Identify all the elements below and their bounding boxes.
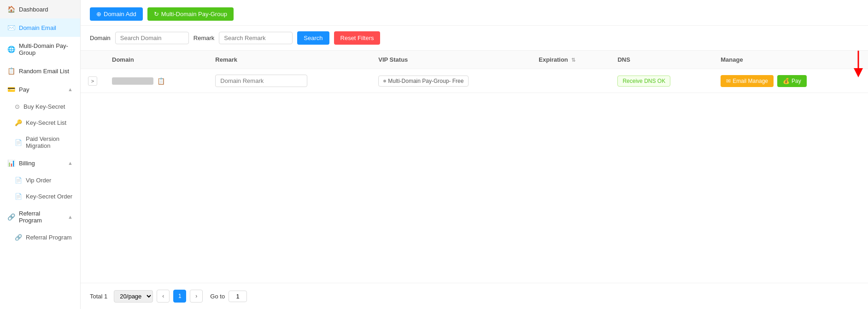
- main-content: ⊕ Domain Add ↻ Multi-Domain Pay-Group Do…: [81, 0, 868, 309]
- globe-icon: 🌐: [7, 46, 15, 53]
- domain-cell: 📋: [105, 69, 208, 93]
- sidebar-key-secret-label: Key-Secret List: [26, 119, 66, 126]
- email-manage-button[interactable]: ✉ Email Manage: [721, 75, 774, 87]
- sidebar-item-key-secret-list[interactable]: 🔑 Key-Secret List: [0, 115, 80, 131]
- sidebar-group-referral[interactable]: 🔗 Referral Program ▲: [0, 204, 80, 229]
- email-manage-label: Email Manage: [733, 78, 768, 84]
- sidebar-buy-key-label: Buy Key-Secret: [23, 103, 65, 110]
- col-expiration-label: Expiration: [539, 56, 568, 63]
- sidebar-item-multi-domain-pay-group[interactable]: 🌐 Multi-Domain Pay-Group: [0, 37, 80, 62]
- pay-label: Pay: [792, 78, 801, 84]
- search-button[interactable]: Search: [297, 31, 329, 45]
- sidebar-item-domain-email-label: Domain Email: [19, 24, 56, 31]
- billing-icon: 📊: [7, 159, 15, 167]
- sidebar-item-dashboard-label: Dashboard: [19, 6, 48, 13]
- dns-cell: Receive DNS OK: [610, 69, 713, 93]
- sidebar-vip-order-label: Vip Order: [26, 177, 51, 184]
- referral-icon: 🔗: [7, 213, 15, 221]
- reset-filters-label: Reset Filters: [340, 35, 374, 41]
- vip-status-cell: Multi-Domain Pay-Group- Free: [371, 69, 531, 93]
- copy-icon[interactable]: 📋: [157, 77, 165, 85]
- reset-filters-button[interactable]: Reset Filters: [334, 31, 381, 45]
- referral-chevron-icon: ▲: [68, 214, 73, 220]
- sidebar-key-order-label: Key-Secret Order: [26, 193, 72, 200]
- page-size-select[interactable]: 20/page: [114, 290, 153, 303]
- page-number: 1: [178, 293, 182, 299]
- sidebar-item-buy-key-secret[interactable]: ⊙ Buy Key-Secret: [0, 99, 80, 115]
- expiration-sort-icon[interactable]: ⇅: [571, 57, 575, 63]
- remark-search-input[interactable]: [219, 32, 293, 44]
- sidebar-item-random-email-list[interactable]: 📋 Random Email List: [0, 62, 80, 80]
- page-1-button[interactable]: 1: [173, 290, 186, 303]
- home-icon: 🏠: [7, 6, 15, 13]
- col-remark-label: Remark: [215, 56, 237, 63]
- pay-chevron-icon: ▲: [68, 87, 73, 92]
- vip-order-icon: 📄: [15, 177, 22, 184]
- col-vip-status-label: VIP Status: [378, 56, 408, 63]
- col-expand: [81, 51, 105, 69]
- migration-icon: 📄: [15, 139, 22, 146]
- search-button-label: Search: [304, 35, 323, 41]
- dns-status-badge: Receive DNS OK: [617, 76, 670, 87]
- row-expand-button[interactable]: >: [88, 76, 97, 86]
- billing-chevron-icon: ▲: [68, 160, 73, 166]
- table-row: > 📋 Multi-: [81, 69, 868, 93]
- remark-input[interactable]: [215, 75, 307, 87]
- pay-group-icon: 💳: [7, 86, 15, 93]
- expand-cell: >: [81, 69, 105, 93]
- col-domain-label: Domain: [112, 56, 134, 63]
- pay-button[interactable]: 💰 Pay: [777, 75, 807, 87]
- prev-icon: ‹: [162, 293, 164, 299]
- domain-add-button[interactable]: ⊕ Domain Add: [90, 7, 143, 21]
- remark-cell: [208, 69, 371, 93]
- sidebar-referral-program-label: Referral Program: [26, 234, 72, 241]
- sidebar-migration-label: Paid Version Migration: [26, 135, 73, 149]
- domain-search-input[interactable]: [115, 32, 189, 44]
- multi-domain-pay-group-button[interactable]: ↻ Multi-Domain Pay-Group: [147, 7, 234, 21]
- next-page-button[interactable]: ›: [190, 290, 203, 303]
- sidebar: 🏠 Dashboard ✉️ Domain Email 🌐 Multi-Doma…: [0, 0, 81, 309]
- refresh-icon: ↻: [154, 11, 159, 17]
- col-remark: Remark: [208, 51, 371, 69]
- sidebar-item-referral-program[interactable]: 🔗 Referral Program: [0, 229, 80, 245]
- expiration-cell: [531, 69, 610, 93]
- table-header-row: Domain Remark VIP Status Expiration ⇅ DN…: [81, 51, 868, 69]
- sidebar-item-vip-order[interactable]: 📄 Vip Order: [0, 172, 80, 188]
- vip-badge-dot: [383, 80, 386, 82]
- list-icon: 📋: [7, 67, 15, 75]
- domain-value-container: 📋: [112, 77, 200, 85]
- sidebar-pay-label: Pay: [19, 86, 29, 93]
- plus-icon: ⊕: [96, 11, 101, 17]
- table-container: Domain Remark VIP Status Expiration ⇅ DN…: [81, 51, 868, 283]
- toolbar: ⊕ Domain Add ↻ Multi-Domain Pay-Group: [81, 0, 868, 26]
- sidebar-item-dashboard[interactable]: 🏠 Dashboard: [0, 0, 80, 18]
- total-count: 1: [104, 293, 107, 300]
- sidebar-item-paid-version-migration[interactable]: 📄 Paid Version Migration: [0, 131, 80, 154]
- domain-add-label: Domain Add: [104, 11, 136, 17]
- sidebar-group-billing[interactable]: 📊 Billing ▲: [0, 154, 80, 172]
- vip-status-badge: Multi-Domain Pay-Group- Free: [378, 76, 469, 87]
- col-manage-label: Manage: [721, 56, 743, 63]
- key-secret-icon: 🔑: [15, 119, 22, 126]
- sidebar-item-key-secret-order[interactable]: 📄 Key-Secret Order: [0, 188, 80, 204]
- pagination-bar: Total 1 20/page ‹ 1 › Go to: [81, 283, 868, 309]
- next-icon: ›: [195, 293, 197, 299]
- goto-label: Go to: [210, 293, 225, 300]
- col-dns: DNS: [610, 51, 713, 69]
- sidebar-item-domain-email[interactable]: ✉️ Domain Email: [0, 18, 80, 37]
- remark-filter-label: Remark: [194, 35, 215, 41]
- col-vip-status: VIP Status: [371, 51, 531, 69]
- domain-table: Domain Remark VIP Status Expiration ⇅ DN…: [81, 51, 868, 93]
- vip-status-label: Multi-Domain Pay-Group- Free: [388, 78, 463, 84]
- email-icon: ✉️: [7, 24, 15, 31]
- total-text: Total: [90, 293, 102, 300]
- referral-program-icon: 🔗: [15, 234, 22, 241]
- col-dns-label: DNS: [617, 56, 630, 63]
- prev-page-button[interactable]: ‹: [157, 290, 170, 303]
- pagination-total-label: Total 1: [90, 293, 107, 300]
- goto-input[interactable]: [229, 291, 247, 302]
- sidebar-billing-label: Billing: [19, 160, 35, 167]
- email-manage-icon: ✉: [726, 78, 731, 84]
- filter-bar: Domain Remark Search Reset Filters: [81, 26, 868, 51]
- sidebar-group-pay[interactable]: 💳 Pay ▲: [0, 80, 80, 99]
